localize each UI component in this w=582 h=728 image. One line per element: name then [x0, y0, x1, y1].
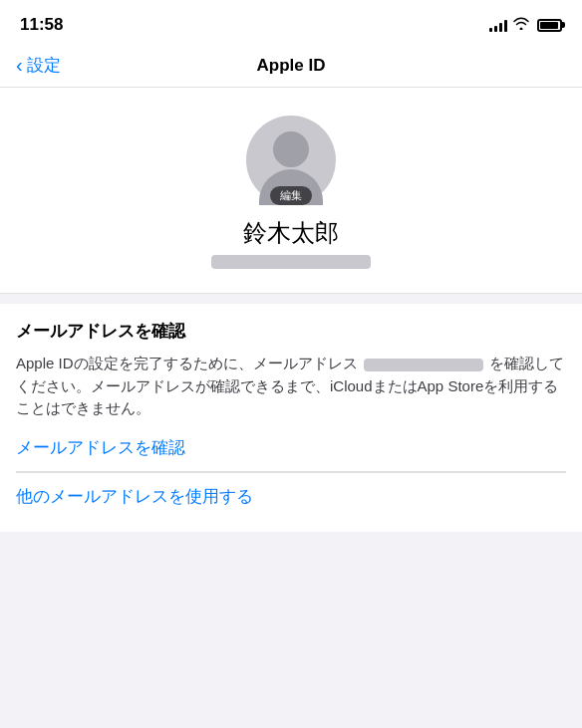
email-blurred-inline — [364, 359, 483, 371]
back-button[interactable]: ‹ 設定 — [16, 54, 61, 77]
profile-section: 編集 鈴木太郎 — [0, 88, 582, 294]
avatar-head — [273, 131, 309, 167]
battery-icon — [537, 19, 562, 32]
status-icons — [489, 17, 562, 33]
nav-bar: ‹ 設定 Apple ID — [0, 44, 582, 88]
section-body: Apple IDの設定を完了するために、メールアドレス を確認してください。メー… — [16, 353, 566, 420]
verify-email-link[interactable]: メールアドレスを確認 — [16, 436, 566, 471]
body-text-part1: Apple IDの設定を完了するために、メールアドレス — [16, 355, 358, 371]
status-time: 11:58 — [20, 15, 63, 35]
wifi-icon — [513, 17, 529, 33]
page-title: Apple ID — [257, 56, 326, 76]
profile-name: 鈴木太郎 — [243, 217, 339, 249]
status-bar: 11:58 — [0, 0, 582, 44]
edit-badge[interactable]: 編集 — [270, 186, 312, 205]
avatar-container: 編集 — [246, 116, 336, 205]
use-other-email-link[interactable]: 他のメールアドレスを使用する — [16, 472, 566, 520]
chevron-left-icon: ‹ — [16, 55, 23, 75]
section-title: メールアドレスを確認 — [16, 320, 566, 343]
signal-icon — [489, 18, 507, 32]
back-label: 設定 — [27, 54, 61, 77]
section-spacer — [0, 294, 582, 304]
verify-email-section: メールアドレスを確認 Apple IDの設定を完了するために、メールアドレス を… — [0, 304, 582, 532]
profile-email-blurred — [211, 255, 371, 269]
